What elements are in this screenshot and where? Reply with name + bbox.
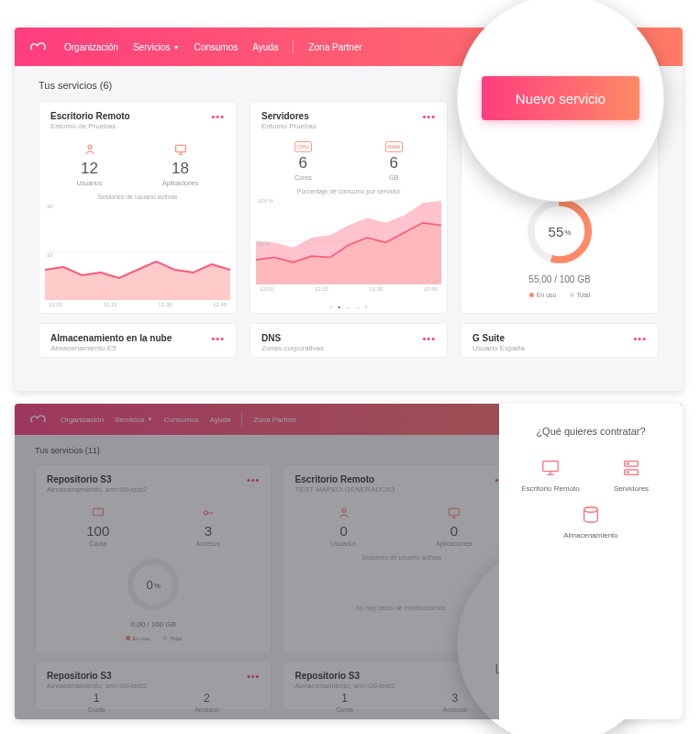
nav-organizacion[interactable]: Organización <box>64 42 118 52</box>
chevron-down-icon: ▼ <box>173 44 180 50</box>
usage-text: 55,00 / 100 GB <box>461 274 658 284</box>
svg-rect-8 <box>93 508 103 515</box>
svg-point-11 <box>342 508 346 512</box>
card-menu-icon[interactable]: ••• <box>633 333 647 344</box>
card-subtitle: Entorno Pruebas <box>261 122 317 130</box>
nav-separator <box>293 39 294 54</box>
option-label: Servidores <box>614 484 649 493</box>
logo-icon <box>28 413 50 426</box>
card-subtitle: Almacenamiento, arn=00-test2 <box>47 485 147 494</box>
card-repositorio-s3[interactable]: Repositorio S3 Almacenamiento, arn=00-te… <box>35 464 272 653</box>
storage-icon <box>580 504 602 526</box>
stat-label: Cuota <box>89 540 106 547</box>
card-almacenamiento[interactable]: Almacenamiento en la nube Almacenamiento… <box>39 323 237 358</box>
card-repositorio-s3[interactable]: Repositorio S3 Almacenamiento, arn=00-te… <box>35 661 272 710</box>
stat-value: 1 <box>341 692 348 705</box>
card-subtitle: Almacenamiento, arn=00-test2 <box>47 682 147 690</box>
card-menu-icon[interactable]: ••• <box>211 333 225 344</box>
nav-zona-partner[interactable]: Zona Partner <box>308 42 361 52</box>
pager-next-icon[interactable]: › <box>365 303 368 311</box>
nav-servicios-label: Servicios <box>133 42 171 52</box>
section-title: Tus servicios (6) <box>39 80 112 91</box>
nav-servicios[interactable]: Servicios ▼ <box>115 416 152 424</box>
stat-label: Aplicaciones <box>436 540 472 547</box>
svg-rect-15 <box>625 470 639 474</box>
chart-caption: Sesiones de usuario activas <box>39 194 236 200</box>
nav-organizacion[interactable]: Organización <box>61 416 104 424</box>
svg-point-16 <box>628 463 628 464</box>
card-dns[interactable]: DNS Zonas corporativas ••• <box>250 323 448 358</box>
pager-dash[interactable]: – <box>346 303 350 311</box>
stat-label: GB <box>389 174 398 181</box>
nav-zona-partner[interactable]: Zona Partner <box>253 416 296 424</box>
svg-point-9 <box>204 511 207 515</box>
time-tick: 12:45 <box>424 286 438 292</box>
server-icon <box>620 457 642 479</box>
card-menu-icon[interactable]: ••• <box>422 333 436 344</box>
card-gsuite[interactable]: G Suite Usuario España ••• <box>461 323 659 358</box>
stat-value: 2 <box>204 692 210 705</box>
time-tick: 12:45 <box>213 302 227 307</box>
stat-value: 0 <box>450 523 458 539</box>
callout-nuevo-servicio: Nuevo servicio <box>457 0 664 202</box>
user-icon <box>336 505 352 521</box>
key-icon <box>200 505 217 521</box>
nav-ayuda[interactable]: Ayuda <box>252 42 278 52</box>
axis-label: 20 <box>47 204 53 209</box>
usage-text: 0,00 / 100 GB <box>36 620 271 628</box>
nav-consumos[interactable]: Consumos <box>194 42 238 52</box>
stat-value: 100 <box>86 523 109 539</box>
monitor-icon <box>539 457 561 479</box>
pager-dash[interactable]: – <box>355 303 359 311</box>
servers-chart: 100 % 50 % <box>256 198 441 284</box>
card-menu-icon[interactable]: ••• <box>422 111 436 122</box>
section-title: Tus servicios (11) <box>35 446 100 455</box>
stat-label: Cores <box>294 174 312 181</box>
option-servidores[interactable]: Servidores <box>594 457 668 493</box>
donut-value: 0 <box>147 578 153 592</box>
card-servidores[interactable]: Servidores Entorno Pruebas ••• CPU 6 Cor… <box>250 101 448 314</box>
nav-servicios-label: Servicios <box>115 416 144 424</box>
nuevo-servicio-button[interactable]: Nuevo servicio <box>482 76 639 120</box>
chart-caption: Porcentaje de consumo por servidor <box>250 188 447 195</box>
nav-consumos[interactable]: Consumos <box>164 416 199 424</box>
cpu-icon: CPU <box>294 141 312 152</box>
card-menu-icon[interactable]: ••• <box>247 474 261 485</box>
card-subtitle: Zonas corporativas <box>261 344 324 352</box>
card-title: Escritorio Remoto <box>50 111 130 121</box>
card-menu-icon[interactable]: ••• <box>211 111 225 122</box>
nav-separator <box>241 412 242 427</box>
chart-caption: Sesiones de usuario activas <box>283 554 518 561</box>
card-menu-icon[interactable]: ••• <box>247 671 261 682</box>
nav-ayuda[interactable]: Ayuda <box>210 416 231 424</box>
card-title: Repositorio S3 <box>47 474 147 484</box>
card-title: Servidores <box>261 111 317 121</box>
donut-unit: % <box>564 228 571 237</box>
pager-prev-icon[interactable]: ‹ <box>329 303 332 311</box>
stat-label: Accesos <box>194 706 218 713</box>
stat-label: Cuota <box>336 706 353 713</box>
donut-unit: % <box>154 582 161 590</box>
ram-icon: RAM <box>385 141 403 152</box>
time-tick: 12:30 <box>158 302 172 307</box>
stat-value: 6 <box>299 154 307 172</box>
option-escritorio-remoto[interactable]: Escritorio Remoto <box>514 457 587 493</box>
svg-rect-1 <box>175 145 185 151</box>
monitor-icon <box>172 141 189 158</box>
pager-dot[interactable]: • <box>338 303 340 311</box>
stat-label: Accesos <box>443 706 467 713</box>
option-label: Escritorio Remoto <box>521 484 580 493</box>
card-title: Escritorio Remoto <box>294 474 394 484</box>
card-subtitle: TEST-MAPEO-GENERADO53 <box>294 485 394 494</box>
axis-label: 100 % <box>258 198 273 204</box>
stat-label: Usuarios <box>77 180 103 186</box>
option-almacenamiento[interactable]: Almacenamiento <box>554 504 628 539</box>
stat-label: Aplicaciones <box>162 180 198 186</box>
stat-label: Accesos <box>196 540 220 547</box>
nav-servicios[interactable]: Servicios ▼ <box>133 42 180 52</box>
card-escritorio-remoto[interactable]: Escritorio Remoto Entorno de Pruebas •••… <box>39 101 237 314</box>
axis-label: 50 % <box>258 241 271 247</box>
stat-label: Cuota <box>88 706 106 713</box>
logo-icon <box>28 40 50 53</box>
monitor-icon <box>446 505 462 521</box>
